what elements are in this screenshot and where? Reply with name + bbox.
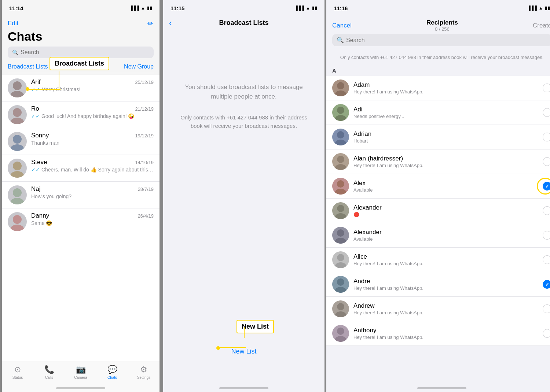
- avatar-sonny: [8, 132, 27, 151]
- recipients-header: Cancel Recipients 0 / 256 Create 🔍: [326, 16, 550, 50]
- contact-anthony[interactable]: Anthony Hey there! I am using WhatsApp.: [326, 321, 550, 346]
- recipients-search-bar[interactable]: 🔍: [332, 34, 550, 46]
- contact-alexander-2[interactable]: Alexander Available: [326, 223, 550, 248]
- broadcast-body: You should use broadcast lists to messag…: [163, 68, 324, 145]
- contact-adam[interactable]: Adam Hey there! I am using WhatsApp.: [326, 76, 550, 100]
- avatar-adi: [332, 104, 349, 121]
- edit-button[interactable]: Edit: [8, 20, 18, 27]
- broadcast-lists-link[interactable]: Broadcast Lists: [8, 63, 48, 70]
- new-list-button[interactable]: New List: [231, 348, 256, 355]
- chats-title: Chats: [8, 29, 154, 44]
- search-icon-1: 🔍: [12, 49, 18, 55]
- avatar-alexander-2: [332, 227, 349, 244]
- battery-icon: ▮▮: [147, 5, 152, 11]
- contact-check-alan[interactable]: [543, 157, 550, 166]
- svg-point-18: [337, 156, 344, 163]
- contact-status-adrian: Hobart: [353, 138, 538, 144]
- contact-check-alex[interactable]: [543, 182, 550, 191]
- chat-message-danny: Same 😎: [31, 220, 154, 226]
- wifi-icon: ▲: [141, 5, 145, 11]
- chat-date-danny: 26/4/19: [138, 213, 154, 219]
- recipients-search-input[interactable]: [346, 37, 547, 44]
- avatar-adrian: [332, 129, 349, 145]
- contact-adi[interactable]: Adi Needs positive energy...: [326, 100, 550, 125]
- cancel-button[interactable]: Cancel: [332, 22, 352, 29]
- contact-check-adam[interactable]: [543, 84, 550, 92]
- tab-calls[interactable]: 📞 Calls: [33, 365, 65, 380]
- svg-point-6: [13, 162, 22, 170]
- contact-status-adi: Needs positive energy...: [353, 114, 538, 119]
- avatar-alice: [332, 251, 349, 268]
- calls-tab-icon: 📞: [44, 365, 54, 374]
- contact-alan[interactable]: Alan (hairdresser) Hey there! I am using…: [326, 149, 550, 174]
- chats-search-input[interactable]: [21, 49, 149, 56]
- svg-point-23: [335, 213, 346, 219]
- contact-info-adrian: Adrian Hobart: [353, 130, 538, 144]
- tab-status[interactable]: ⊙ Status: [2, 365, 33, 380]
- chat-date-naj: 28/7/19: [138, 186, 154, 192]
- chat-date-sonny: 19/12/19: [135, 133, 154, 138]
- broadcast-info-text: You should use broadcast lists to messag…: [174, 82, 314, 101]
- chat-content-naj: Naj 28/7/19 How's you going?: [31, 185, 154, 199]
- svg-point-20: [337, 180, 344, 188]
- contact-info-anthony: Anthony Hey there! I am using WhatsApp.: [353, 327, 538, 340]
- phone-chats: 11:14 ▐▐▐ ▲ ▮▮ Edit ✏ Chats 🔍 Broadcast …: [2, 0, 160, 392]
- svg-point-12: [337, 82, 344, 89]
- chat-item-sonny[interactable]: Sonny 19/12/19 Thanks man: [2, 128, 160, 155]
- contact-info-andre: Andre Hey there! I am using WhatsApp.: [353, 278, 538, 291]
- contact-alex[interactable]: Alex Available: [326, 174, 550, 199]
- avatar-naj: [8, 185, 27, 204]
- contact-check-andrew[interactable]: [543, 304, 550, 313]
- contact-andre[interactable]: Andre Hey there! I am using WhatsApp.: [326, 272, 550, 297]
- home-indicator-1: [56, 387, 105, 389]
- tick-steve: ✓✓: [31, 167, 40, 173]
- avatar-arif: [8, 78, 27, 97]
- contact-check-adi[interactable]: [543, 108, 550, 117]
- status-icons-2: ▐▐▐ ▲ ▮▮: [295, 5, 317, 11]
- contact-info-alice: Alice Hey there! I am using WhatsApp.: [353, 253, 538, 266]
- contact-alexander-1[interactable]: Alexander 🔴: [326, 199, 550, 223]
- contact-name-adam: Adam: [353, 81, 538, 89]
- contact-check-alice[interactable]: [543, 255, 550, 264]
- avatar-steve: [8, 159, 27, 178]
- contact-check-anthony[interactable]: [543, 329, 550, 338]
- svg-point-27: [335, 262, 346, 268]
- svg-point-15: [335, 115, 346, 121]
- section-header-a: A: [326, 65, 550, 76]
- new-list-annotation: New List: [236, 320, 274, 333]
- chat-item-danny[interactable]: Danny 26/4/19 Same 😎: [2, 208, 160, 235]
- contact-andrew[interactable]: Andrew Hey there! I am using WhatsApp.: [326, 297, 550, 321]
- new-group-link[interactable]: New Group: [124, 63, 154, 70]
- avatar-alan: [332, 153, 349, 170]
- battery-icon-2: ▮▮: [312, 5, 317, 11]
- create-button[interactable]: Create: [533, 22, 550, 29]
- contact-name-anthony: Anthony: [353, 327, 538, 334]
- contact-adrian[interactable]: Adrian Hobart: [326, 125, 550, 149]
- svg-point-2: [13, 108, 22, 117]
- tab-camera[interactable]: 📷 Camera: [65, 365, 96, 380]
- svg-point-30: [337, 303, 344, 310]
- contact-status-andre: Hey there! I am using WhatsApp.: [353, 285, 538, 291]
- tick-ro: ✓✓: [31, 113, 40, 119]
- contact-check-alexander-2[interactable]: [543, 231, 550, 240]
- contact-check-alexander-1[interactable]: [543, 206, 550, 215]
- tab-chats[interactable]: 💬 Chats: [96, 365, 128, 380]
- chat-top-danny: Danny 26/4/19: [31, 212, 154, 219]
- contact-check-adrian[interactable]: [543, 133, 550, 141]
- tab-settings[interactable]: ⚙ Settings: [128, 365, 160, 380]
- status-bar-1: 11:14 ▐▐▐ ▲ ▮▮: [2, 0, 160, 16]
- contact-alice[interactable]: Alice Hey there! I am using WhatsApp.: [326, 248, 550, 272]
- contact-check-andre[interactable]: [543, 280, 550, 289]
- back-button[interactable]: ‹: [169, 18, 172, 28]
- avatar-anthony: [332, 325, 349, 342]
- chat-item-naj[interactable]: Naj 28/7/19 How's you going?: [2, 182, 160, 208]
- compose-icon[interactable]: ✏: [147, 19, 154, 28]
- chat-name-steve: Steve: [31, 159, 47, 166]
- svg-point-16: [337, 131, 344, 138]
- contact-name-alexander-1: Alexander: [353, 204, 538, 211]
- chat-item-ro[interactable]: Ro 21/12/19 ✓✓ Good luck! And happy birt…: [2, 101, 160, 128]
- broadcast-info-text2: Only contacts with +61 427 044 988 in th…: [174, 114, 314, 130]
- chat-item-steve[interactable]: Steve 14/10/19 ✓✓ Cheers, man. Will do 👍…: [2, 155, 160, 182]
- chat-top-ro: Ro 21/12/19: [31, 105, 154, 112]
- svg-point-28: [337, 278, 344, 286]
